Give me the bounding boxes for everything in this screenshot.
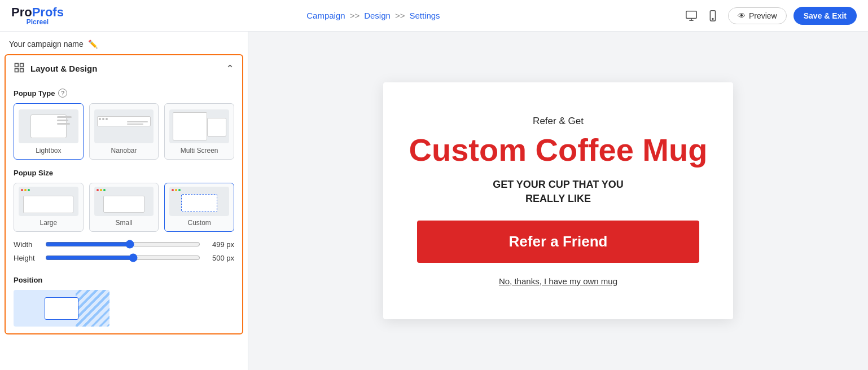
- device-toggle: [683, 7, 721, 24]
- preview-area: Refer & Get Custom Coffee Mug GET YOUR C…: [248, 32, 868, 370]
- position-center[interactable]: [45, 297, 78, 320]
- breadcrumb-nav: Campaign >> Design >> Settings: [306, 11, 440, 20]
- popup-size-section: Popup Size Large: [6, 166, 242, 274]
- svg-point-2: [712, 18, 713, 19]
- nav-arrow-1: >>: [350, 11, 360, 20]
- popup-subtitle-line1: GET YOUR CUP THAT YOU: [493, 179, 624, 191]
- size-large-inner: [23, 196, 73, 213]
- svg-rect-5: [15, 69, 19, 72]
- height-label: Height: [14, 254, 40, 262]
- nanobar-preview: [94, 109, 154, 143]
- layout-design-section: Layout & Design ⌃ Popup Type ?: [5, 54, 243, 334]
- header-right: 👁 Preview Save & Exit: [683, 7, 857, 25]
- size-small-dots: [94, 187, 154, 193]
- multiscreen-preview: [169, 109, 229, 143]
- popup-decline-link[interactable]: No, thanks, I have my own mug: [499, 276, 617, 286]
- popup-title: Custom Coffee Mug: [409, 133, 708, 168]
- nav-arrow-2: >>: [395, 11, 405, 20]
- preview-button[interactable]: 👁 Preview: [728, 7, 787, 24]
- edit-campaign-name-icon[interactable]: ✏️: [88, 39, 98, 49]
- width-value: 499 px: [206, 240, 234, 249]
- refer-friend-button[interactable]: Refer a Friend: [417, 221, 699, 263]
- popup-type-multiscreen[interactable]: Multi Screen: [164, 103, 234, 160]
- size-custom[interactable]: Custom: [164, 183, 234, 232]
- size-small-preview: [94, 187, 154, 216]
- popup-type-label: Popup Type ?: [14, 89, 234, 98]
- popup-divider-row: REALLY LIKE: [519, 193, 598, 205]
- campaign-name-text: Your campaign name: [9, 39, 84, 49]
- svg-rect-0: [686, 11, 696, 18]
- nav-design[interactable]: Design: [364, 11, 391, 20]
- main-layout: Your campaign name ✏️ Layout & Design ⌃ …: [0, 32, 868, 370]
- size-large[interactable]: Large: [14, 183, 84, 232]
- svg-rect-6: [20, 69, 24, 72]
- preview-label: Preview: [749, 11, 777, 20]
- chevron-up-icon[interactable]: ⌃: [226, 63, 234, 75]
- logo-text: ProProfs: [11, 6, 64, 19]
- logo-picreel: Picreel: [11, 19, 64, 25]
- layout-icon: [14, 62, 25, 75]
- height-slider[interactable]: [45, 253, 200, 262]
- logo-profs: Profs: [32, 5, 64, 19]
- popup-type-help-icon[interactable]: ?: [58, 89, 67, 98]
- position-visual: [14, 290, 109, 327]
- multiscreen-main: [173, 112, 207, 140]
- nanobar-label: Nanobar: [111, 147, 137, 155]
- popup-refer-text: Refer & Get: [533, 116, 584, 127]
- size-custom-dots: [169, 187, 229, 193]
- eye-icon: 👁: [738, 11, 746, 20]
- header: ProProfs Picreel Campaign >> Design >> S…: [0, 0, 868, 32]
- size-custom-inner: [181, 194, 217, 212]
- nanobar-lines: [127, 121, 148, 126]
- popup-type-grid: Lightbox: [14, 103, 234, 160]
- size-large-preview: [19, 187, 78, 216]
- width-slider-row: Width 499 px: [14, 240, 234, 249]
- width-slider[interactable]: [45, 240, 200, 249]
- popup-type-section: Popup Type ? Lig: [6, 82, 242, 166]
- popup-type-lightbox[interactable]: Lightbox: [14, 103, 84, 160]
- lightbox-label: Lightbox: [36, 147, 61, 155]
- size-custom-preview: [169, 187, 229, 216]
- popup-size-label: Popup Size: [14, 169, 234, 177]
- position-section: Position: [6, 274, 242, 333]
- logo-pro: Pro: [11, 5, 32, 19]
- popup-subtitle-line2: REALLY LIKE: [525, 193, 591, 205]
- popup-type-nanobar[interactable]: Nanobar: [89, 103, 159, 160]
- size-small[interactable]: Small: [89, 183, 159, 232]
- lightbox-preview: [19, 109, 78, 143]
- sidebar: Your campaign name ✏️ Layout & Design ⌃ …: [0, 32, 248, 370]
- size-custom-label: Custom: [188, 219, 211, 227]
- popup-preview: Refer & Get Custom Coffee Mug GET YOUR C…: [383, 82, 733, 319]
- desktop-icon[interactable]: [683, 7, 700, 24]
- size-small-label: Small: [116, 219, 133, 227]
- section-header-left: Layout & Design: [14, 62, 97, 75]
- multiscreen-side: [207, 118, 226, 136]
- size-small-inner: [103, 196, 145, 213]
- campaign-name-row: Your campaign name ✏️: [0, 32, 248, 54]
- save-exit-button[interactable]: Save & Exit: [794, 7, 857, 25]
- svg-rect-3: [15, 64, 19, 67]
- height-slider-row: Height 500 px: [14, 253, 234, 262]
- mobile-icon[interactable]: [704, 7, 721, 24]
- size-grid: Large Small: [14, 183, 234, 232]
- nav-campaign[interactable]: Campaign: [306, 11, 345, 20]
- position-stripe: [76, 290, 109, 327]
- width-label: Width: [14, 240, 40, 249]
- svg-rect-4: [20, 64, 24, 67]
- section-title: Layout & Design: [30, 64, 97, 73]
- nanobar-dots: [99, 118, 108, 120]
- height-value: 500 px: [206, 254, 234, 262]
- section-header[interactable]: Layout & Design ⌃: [6, 55, 242, 82]
- size-large-dots: [19, 187, 78, 193]
- lightbox-lines: [57, 116, 74, 125]
- position-label: Position: [14, 276, 234, 284]
- logo: ProProfs Picreel: [11, 6, 64, 25]
- multiscreen-label: Multi Screen: [181, 147, 218, 155]
- nav-settings[interactable]: Settings: [409, 11, 440, 20]
- size-large-label: Large: [40, 219, 57, 227]
